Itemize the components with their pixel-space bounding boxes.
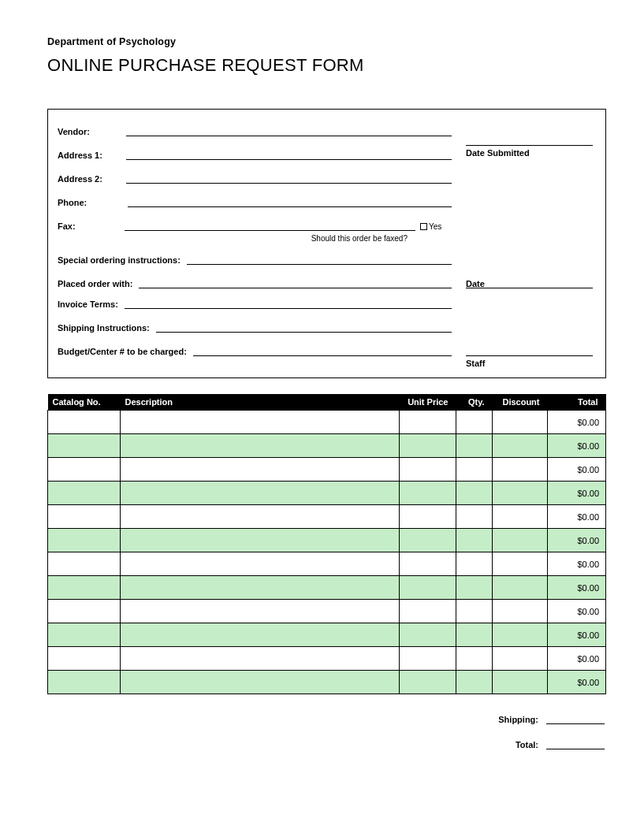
placed-with-label: Placed order with: [58,279,139,288]
cell-qty[interactable] [456,600,493,623]
staff-input[interactable] [466,345,593,356]
cell-catalog[interactable] [48,482,121,505]
fax-row: Fax: Yes [58,220,452,231]
cell-description[interactable] [121,671,400,694]
grand-total-input[interactable] [546,738,605,749]
cell-description[interactable] [121,482,400,505]
placed-with-row: Placed order with: [58,277,452,288]
cell-unit_price[interactable] [400,576,456,600]
cell-unit_price[interactable] [400,552,456,576]
cell-unit_price[interactable] [400,529,456,552]
cell-description[interactable] [121,529,400,552]
cell-qty[interactable] [456,505,493,529]
fax-input[interactable] [125,220,415,231]
table-row: $0.00 [48,411,606,434]
invoice-terms-input[interactable] [125,298,452,309]
cell-total[interactable]: $0.00 [548,529,606,552]
cell-unit_price[interactable] [400,434,456,458]
cell-catalog[interactable] [48,505,121,529]
cell-total[interactable]: $0.00 [548,505,606,529]
phone-input[interactable] [128,196,452,207]
cell-catalog[interactable] [48,434,121,458]
cell-catalog[interactable] [48,600,121,623]
cell-qty[interactable] [456,434,493,458]
table-row: $0.00 [48,647,606,671]
placed-with-input[interactable] [139,277,452,288]
cell-discount[interactable] [493,482,548,505]
cell-unit_price[interactable] [400,411,456,434]
budget-input[interactable] [193,345,452,356]
cell-qty[interactable] [456,529,493,552]
vendor-input[interactable] [126,125,452,136]
phone-row: Phone: [58,196,452,207]
cell-catalog[interactable] [48,671,121,694]
cell-catalog[interactable] [48,576,121,600]
cell-discount[interactable] [493,434,548,458]
cell-discount[interactable] [493,600,548,623]
cell-description[interactable] [121,552,400,576]
cell-description[interactable] [121,505,400,529]
special-instructions-input[interactable] [187,254,452,265]
cell-qty[interactable] [456,647,493,671]
cell-catalog[interactable] [48,458,121,482]
cell-discount[interactable] [493,529,548,552]
cell-catalog[interactable] [48,552,121,576]
cell-catalog[interactable] [48,647,121,671]
form-section: Vendor: Address 1: Address 2: Phone: [47,109,606,378]
cell-discount[interactable] [493,671,548,694]
cell-total[interactable]: $0.00 [548,434,606,458]
cell-description[interactable] [121,576,400,600]
cell-qty[interactable] [456,623,493,647]
date-submitted-input[interactable] [466,135,593,146]
cell-discount[interactable] [493,623,548,647]
grand-total-label: Total: [516,740,538,749]
cell-total[interactable]: $0.00 [548,671,606,694]
cell-discount[interactable] [493,576,548,600]
cell-unit_price[interactable] [400,600,456,623]
cell-catalog[interactable] [48,623,121,647]
cell-description[interactable] [121,458,400,482]
cell-unit_price[interactable] [400,505,456,529]
cell-description[interactable] [121,411,400,434]
cell-total[interactable]: $0.00 [548,411,606,434]
cell-qty[interactable] [456,411,493,434]
cell-catalog[interactable] [48,529,121,552]
cell-qty[interactable] [456,576,493,600]
cell-catalog[interactable] [48,411,121,434]
cell-description[interactable] [121,623,400,647]
cell-description[interactable] [121,600,400,623]
cell-qty[interactable] [456,552,493,576]
cell-discount[interactable] [493,458,548,482]
cell-unit_price[interactable] [400,482,456,505]
grand-total-row: Total: [516,738,605,749]
cell-discount[interactable] [493,647,548,671]
cell-unit_price[interactable] [400,623,456,647]
table-row: $0.00 [48,482,606,505]
cell-total[interactable]: $0.00 [548,647,606,671]
cell-total[interactable]: $0.00 [548,623,606,647]
cell-qty[interactable] [456,458,493,482]
header: Department of Psychology ONLINE PURCHASE… [47,36,606,76]
cell-qty[interactable] [456,671,493,694]
fax-yes-checkbox[interactable] [420,223,427,230]
cell-total[interactable]: $0.00 [548,482,606,505]
cell-unit_price[interactable] [400,647,456,671]
cell-description[interactable] [121,647,400,671]
cell-unit_price[interactable] [400,671,456,694]
cell-discount[interactable] [493,411,548,434]
cell-total[interactable]: $0.00 [548,552,606,576]
address1-input[interactable] [126,149,452,160]
shipping-total-input[interactable] [546,713,605,724]
cell-unit_price[interactable] [400,458,456,482]
shipping-instructions-input[interactable] [156,322,452,333]
cell-total[interactable]: $0.00 [548,458,606,482]
table-row: $0.00 [48,576,606,600]
cell-discount[interactable] [493,552,548,576]
cell-description[interactable] [121,434,400,458]
cell-total[interactable]: $0.00 [548,576,606,600]
invoice-terms-label: Invoice Terms: [58,299,125,309]
cell-discount[interactable] [493,505,548,529]
cell-total[interactable]: $0.00 [548,600,606,623]
cell-qty[interactable] [456,482,493,505]
address2-input[interactable] [126,173,452,184]
